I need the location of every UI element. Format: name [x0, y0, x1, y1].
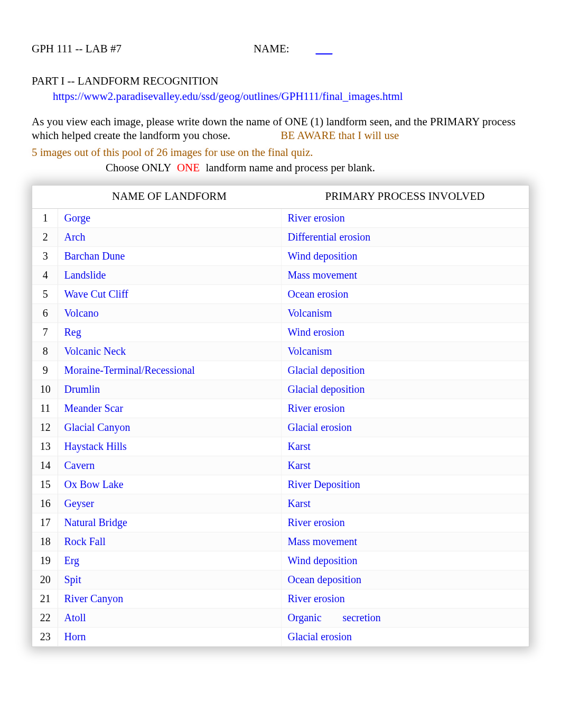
landform-name-cell[interactable]: Horn	[58, 627, 281, 646]
table-row: 12Glacial CanyonGlacial erosion	[32, 418, 529, 437]
row-number: 3	[32, 246, 58, 265]
row-number: 15	[32, 475, 58, 494]
process-cell[interactable]: Glacial deposition	[281, 361, 529, 380]
process-cell[interactable]: Glacial erosion	[281, 418, 529, 437]
table-row: 21River CanyonRiver erosion	[32, 589, 529, 608]
row-number: 2	[32, 227, 58, 246]
table-header-row: NAME OF LANDFORM PRIMARY PROCESS INVOLVE…	[32, 186, 529, 209]
landform-name-cell[interactable]: Moraine-Terminal/Recessional	[58, 361, 281, 380]
table-row: 7RegWind erosion	[32, 322, 529, 342]
process-cell[interactable]: Wind deposition	[281, 551, 529, 570]
landform-name-cell[interactable]: Wave Cut Cliff	[58, 284, 281, 303]
process-cell[interactable]: Ocean deposition	[281, 570, 529, 589]
landform-name-cell[interactable]: Spit	[58, 570, 281, 589]
table-row: 23HornGlacial erosion	[32, 627, 529, 646]
landform-name-cell[interactable]: Drumlin	[58, 380, 281, 399]
landform-name-cell[interactable]: Erg	[58, 551, 281, 570]
landform-name-cell[interactable]: Geyser	[58, 494, 281, 513]
table-row: 8Volcanic NeckVolcanism	[32, 342, 529, 361]
process-cell[interactable]: River Deposition	[281, 475, 529, 494]
table-row: 17Natural BridgeRiver erosion	[32, 513, 529, 532]
table-row: 22AtollOrganic secretion	[32, 608, 529, 627]
document-header: GPH 111 -- LAB #7 NAME: ___	[32, 42, 529, 56]
table-row: 16GeyserKarst	[32, 494, 529, 513]
landform-name-cell[interactable]: Landslide	[58, 265, 281, 284]
process-cell[interactable]: Volcanism	[281, 303, 529, 322]
table-row: 19ErgWind deposition	[32, 551, 529, 570]
landform-name-cell[interactable]: Ox Bow Lake	[58, 475, 281, 494]
table-row: 6VolcanoVolcanism	[32, 303, 529, 322]
landform-name-cell[interactable]: Rock Fall	[58, 532, 281, 551]
resource-link[interactable]: https://www2.paradisevalley.edu/ssd/geog…	[53, 90, 403, 103]
process-cell[interactable]: Karst	[281, 456, 529, 475]
table-row: 15Ox Bow LakeRiver Deposition	[32, 475, 529, 494]
course-lab-label: GPH 111 -- LAB #7	[32, 42, 127, 56]
process-cell[interactable]: Organic secretion	[281, 608, 529, 627]
landform-name-cell[interactable]: Haystack Hills	[58, 437, 281, 456]
landform-name-cell[interactable]: River Canyon	[58, 589, 281, 608]
row-number: 17	[32, 513, 58, 532]
process-cell[interactable]: Mass movement	[281, 532, 529, 551]
process-cell[interactable]: Glacial erosion	[281, 627, 529, 646]
process-cell[interactable]: River erosion	[281, 399, 529, 418]
table-row: 5Wave Cut CliffOcean erosion	[32, 284, 529, 303]
row-number: 18	[32, 532, 58, 551]
table-row: 13Haystack HillsKarst	[32, 437, 529, 456]
process-cell[interactable]: River erosion	[281, 589, 529, 608]
landform-name-cell[interactable]: Volcanic Neck	[58, 342, 281, 361]
row-number: 4	[32, 265, 58, 284]
table-row: 2ArchDifferential erosion	[32, 227, 529, 246]
row-number: 6	[32, 303, 58, 322]
choose-instruction: Choose ONLY ONE landform name and proces…	[106, 161, 529, 174]
table-row: 3Barchan DuneWind deposition	[32, 246, 529, 265]
landform-table-container: NAME OF LANDFORM PRIMARY PROCESS INVOLVE…	[32, 185, 529, 647]
row-number: 16	[32, 494, 58, 513]
process-cell[interactable]: Karst	[281, 437, 529, 456]
row-number: 9	[32, 361, 58, 380]
header-process: PRIMARY PROCESS INVOLVED	[281, 186, 529, 209]
process-cell[interactable]: Glacial deposition	[281, 380, 529, 399]
process-cell[interactable]: River erosion	[281, 513, 529, 532]
landform-name-cell[interactable]: Glacial Canyon	[58, 418, 281, 437]
landform-name-cell[interactable]: Volcano	[58, 303, 281, 322]
row-number: 5	[32, 284, 58, 303]
process-cell[interactable]: Wind erosion	[281, 322, 529, 342]
row-number: 20	[32, 570, 58, 589]
landform-name-cell[interactable]: Cavern	[58, 456, 281, 475]
table-row: 14CavernKarst	[32, 456, 529, 475]
instructions-text: As you view each image, please write dow…	[32, 115, 516, 142]
row-number: 7	[32, 322, 58, 342]
landform-name-cell[interactable]: Natural Bridge	[58, 513, 281, 532]
process-cell[interactable]: Karst	[281, 494, 529, 513]
landform-name-cell[interactable]: Arch	[58, 227, 281, 246]
process-cell[interactable]: Wind deposition	[281, 246, 529, 265]
landform-name-cell[interactable]: Atoll	[58, 608, 281, 627]
table-row: 11Meander ScarRiver erosion	[32, 399, 529, 418]
landform-table: NAME OF LANDFORM PRIMARY PROCESS INVOLVE…	[32, 186, 529, 647]
process-cell[interactable]: Ocean erosion	[281, 284, 529, 303]
landform-name-cell[interactable]: Reg	[58, 322, 281, 342]
process-cell[interactable]: Mass movement	[281, 265, 529, 284]
landform-name-cell[interactable]: Gorge	[58, 208, 281, 227]
table-row: 20SpitOcean deposition	[32, 570, 529, 589]
instructions-block: As you view each image, please write dow…	[32, 115, 529, 143]
name-input-blank[interactable]: ___	[316, 42, 333, 56]
header-name: NAME OF LANDFORM	[58, 186, 281, 209]
table-row: 4LandslideMass movement	[32, 265, 529, 284]
row-number: 21	[32, 589, 58, 608]
row-number: 12	[32, 418, 58, 437]
process-cell[interactable]: Volcanism	[281, 342, 529, 361]
table-row: 1GorgeRiver erosion	[32, 208, 529, 227]
landform-name-cell[interactable]: Barchan Dune	[58, 246, 281, 265]
table-row: 10DrumlinGlacial deposition	[32, 380, 529, 399]
row-number: 8	[32, 342, 58, 361]
table-row: 18Rock FallMass movement	[32, 532, 529, 551]
landform-name-cell[interactable]: Meander Scar	[58, 399, 281, 418]
choose-suffix: landform name and process per blank.	[205, 161, 375, 174]
warning-text-part1: BE AWARE that I will use	[280, 129, 399, 142]
warning-text-line2: 5 images out of this pool of 26 images f…	[32, 146, 313, 159]
part1-title: PART I -- LANDFORM RECOGNITION	[32, 75, 529, 88]
process-cell[interactable]: River erosion	[281, 208, 529, 227]
row-number: 1	[32, 208, 58, 227]
process-cell[interactable]: Differential erosion	[281, 227, 529, 246]
